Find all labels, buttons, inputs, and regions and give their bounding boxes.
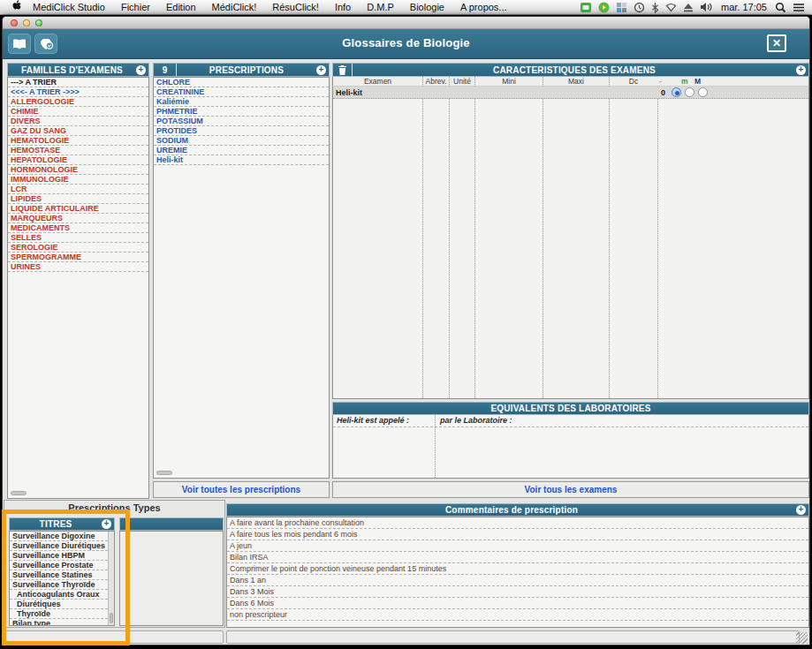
famille-item[interactable]: MARQUEURS	[8, 214, 148, 223]
titre-item[interactable]: Thyroïde	[10, 609, 108, 619]
commentaire-item[interactable]: Bilan IRSA	[227, 552, 808, 563]
famille-item[interactable]: LIQUIDE ARTICULAIRE	[8, 204, 148, 214]
eject-icon[interactable]	[683, 3, 694, 12]
commentaire-item[interactable]: A faire tous les mois pendant 6 mois	[227, 529, 808, 540]
col-examen[interactable]: Examen	[333, 77, 422, 87]
examen-row-helikit[interactable]: Heli-kit 0	[333, 87, 808, 99]
col-flag-m[interactable]: m	[681, 77, 688, 87]
commentaire-item[interactable]: A faire avant la prochaine consultation	[227, 517, 808, 529]
commentaire-item[interactable]: Dans 6 Mois	[227, 598, 808, 609]
famille-item[interactable]: SPERMOGRAMME	[8, 253, 148, 262]
zoom-traffic-button[interactable]	[35, 19, 42, 26]
famille-item[interactable]: HEMOSTASE	[8, 146, 148, 155]
commentaire-item[interactable]: Comprimer le point de ponction veineuse …	[227, 563, 808, 575]
commentaire-item[interactable]: non prescripteur	[227, 609, 808, 621]
famille-item[interactable]: LIPIDES	[8, 194, 148, 204]
familles-hscrollbar[interactable]	[11, 491, 27, 495]
flag-minus-radio[interactable]	[672, 87, 681, 97]
col-flag-M[interactable]: M	[694, 77, 701, 87]
wifi-icon[interactable]	[665, 3, 677, 12]
menu-item[interactable]: MediClick Studio	[25, 0, 113, 15]
commentaire-item[interactable]: Dans 1 an	[227, 575, 808, 586]
famille-item[interactable]: IMMUNOLOGIE	[8, 175, 148, 185]
close-traffic-button[interactable]	[11, 19, 18, 26]
col-unite[interactable]: Unité	[449, 77, 474, 87]
commentaire-item[interactable]: A jeun	[227, 540, 808, 552]
famille-item[interactable]: <<<- A TRIER ->>>	[8, 87, 148, 97]
apple-menu-icon[interactable]	[9, 0, 25, 14]
volume-icon[interactable]	[700, 2, 713, 12]
prescription-item[interactable]: PHMETRIE	[154, 107, 329, 117]
add-famille-button[interactable]: +	[136, 65, 146, 75]
menu-item[interactable]: Info	[327, 0, 359, 15]
col-mini[interactable]: Mini	[474, 77, 543, 87]
menu-clock[interactable]: mar. 17:05	[719, 2, 769, 12]
app-green-icon[interactable]	[580, 2, 592, 13]
delete-examen-button[interactable]	[333, 64, 353, 76]
flag-m-radio[interactable]	[685, 87, 694, 97]
voir-examens-button[interactable]: Voir tous les examens	[332, 481, 809, 498]
famille-item[interactable]: HEMATOLOGIE	[8, 136, 148, 146]
col-maxi[interactable]: Maxi	[543, 77, 609, 87]
add-commentaire-button[interactable]: +	[796, 505, 806, 515]
menu-item[interactable]: A propos...	[452, 0, 515, 15]
close-window-button[interactable]: ✕	[767, 34, 786, 52]
voir-prescriptions-button[interactable]: Voir toutes les prescriptions	[153, 481, 330, 498]
minimize-traffic-button[interactable]	[23, 19, 30, 26]
famille-item[interactable]: DIVERS	[8, 117, 148, 126]
menu-item[interactable]: Biologie	[402, 0, 452, 15]
prescription-item[interactable]: Heli-kit	[154, 155, 329, 165]
col-dc[interactable]: Dc	[609, 77, 657, 87]
prescription-item[interactable]: PROTIDES	[154, 126, 329, 136]
prescription-item[interactable]: CREATININE	[154, 87, 329, 97]
prescriptions-hscrollbar[interactable]	[156, 471, 172, 475]
spotlight-icon[interactable]	[775, 2, 786, 13]
menu-item[interactable]: Edition	[158, 0, 204, 15]
col-abrev[interactable]: Abrev.	[422, 77, 449, 87]
commentaire-item[interactable]: Dans 3 Mois	[227, 586, 808, 598]
grid-icon[interactable]	[616, 2, 627, 13]
famille-item[interactable]: SEROLOGIE	[8, 243, 148, 253]
famille-item[interactable]: LCR	[8, 185, 148, 194]
titre-item[interactable]: Surveillance Diurétiques	[10, 541, 108, 551]
titre-item[interactable]: Surveillance Thyroïde	[10, 580, 108, 590]
menu-list-icon[interactable]	[793, 3, 805, 12]
add-titre-button[interactable]: +	[102, 519, 111, 529]
titre-item[interactable]: Surveillance Prostate	[10, 561, 108, 570]
add-examen-button[interactable]: +	[796, 65, 806, 75]
menu-item[interactable]: RésuClick!	[264, 0, 327, 15]
menu-item[interactable]: MédiClick!	[204, 0, 265, 15]
titre-item[interactable]: Bilan type	[10, 619, 108, 626]
menu-item[interactable]: Fichier	[113, 0, 158, 15]
famille-item[interactable]: ---> A TRIER	[8, 78, 148, 87]
col-flag-minus[interactable]: -	[659, 77, 662, 87]
window-titlebar[interactable]	[3, 17, 809, 29]
resize-grip[interactable]	[796, 632, 808, 644]
famille-item[interactable]: ALLERGOLOGIE	[8, 97, 148, 107]
play-icon[interactable]	[598, 2, 610, 13]
prescription-item[interactable]: CHLORE	[154, 78, 329, 87]
titre-item[interactable]: Anticoagulants Oraux	[10, 590, 108, 600]
famille-item[interactable]: CHIMIE	[8, 107, 148, 117]
prescription-item[interactable]: UREMIE	[154, 146, 329, 155]
prescription-item[interactable]: POTASSIUM	[154, 117, 329, 126]
famille-item[interactable]: MEDICAMENTS	[8, 223, 148, 233]
prescription-item[interactable]: SODIUM	[154, 136, 329, 146]
famille-item[interactable]: URINES	[8, 262, 148, 272]
titre-item[interactable]: Surveillance Statines	[10, 570, 108, 580]
titres-vscrollbar[interactable]	[108, 532, 114, 625]
famille-item[interactable]: HORMONOLOGIE	[8, 165, 148, 175]
time-machine-icon[interactable]	[634, 2, 645, 13]
prescription-item[interactable]: Kaliémie	[154, 97, 329, 107]
titre-item[interactable]: Surveillance HBPM	[10, 551, 108, 561]
prescription-item-label: CREATININE	[156, 87, 204, 96]
flag-M-radio[interactable]	[698, 87, 708, 97]
famille-item[interactable]: SELLES	[8, 233, 148, 243]
famille-item[interactable]: GAZ DU SANG	[8, 126, 148, 136]
famille-item[interactable]: HEPATOLOGIE	[8, 155, 148, 165]
bluetooth-icon[interactable]	[651, 2, 659, 13]
titre-item[interactable]: Diurétiques	[10, 600, 108, 609]
menu-item[interactable]: D.M.P	[359, 0, 402, 15]
add-prescription-button[interactable]: +	[316, 65, 326, 75]
titre-item[interactable]: Surveillance Digoxine	[10, 532, 108, 541]
